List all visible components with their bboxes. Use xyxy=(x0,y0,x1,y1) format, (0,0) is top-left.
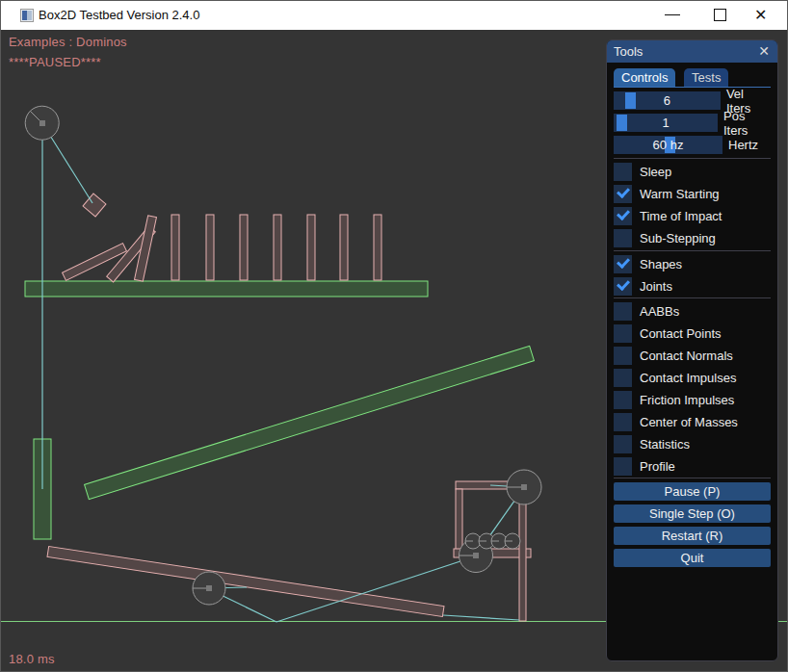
checkbox-label: Contact Impulses xyxy=(640,371,736,385)
checkbox-label: Sub-Stepping xyxy=(640,231,716,246)
checkbox[interactable] xyxy=(614,391,632,409)
seesaw-plank xyxy=(47,547,444,617)
minimize-button[interactable] xyxy=(651,1,694,30)
domino xyxy=(206,215,214,280)
tab-bar: Controls Tests xyxy=(614,68,771,88)
vel-iters-slider[interactable]: 6 xyxy=(614,91,721,110)
restart-button[interactable]: Restart (R) xyxy=(614,527,771,545)
dynamic-bodies xyxy=(47,194,531,621)
checkbox-row-warm-starting[interactable]: Warm Starting xyxy=(614,185,771,203)
pos-iters-row: 1 Pos Iters xyxy=(614,114,771,132)
checkbox-row-profile[interactable]: Profile xyxy=(614,457,771,476)
os-titlebar[interactable]: Box2D Testbed Version 2.4.0 ✕ xyxy=(1,1,787,30)
checkbox-label: Shapes xyxy=(640,257,682,271)
app-window: Box2D Testbed Version 2.4.0 ✕ xyxy=(0,0,788,672)
checkbox-label: Warm Starting xyxy=(640,187,720,201)
checkbox-label: Time of Impact xyxy=(640,209,722,223)
checkbox-label: Contact Normals xyxy=(640,349,733,363)
checkbox[interactable] xyxy=(614,207,632,225)
checkbox-row-contact-normals[interactable]: Contact Normals xyxy=(614,347,771,365)
checkbox-label: Contact Points xyxy=(640,326,722,341)
frame-time: 18.0 ms xyxy=(9,652,55,666)
domino xyxy=(171,215,179,280)
vel-iters-value: 6 xyxy=(614,91,721,110)
domino-platform xyxy=(25,281,428,297)
checkbox-row-shapes[interactable]: Shapes xyxy=(614,255,771,273)
checkbox[interactable] xyxy=(614,255,632,273)
frame-right-post xyxy=(519,489,526,621)
pos-iters-value: 1 xyxy=(614,114,718,132)
separator xyxy=(614,478,771,478)
hertz-slider[interactable]: 60 hz xyxy=(614,136,722,154)
checkbox-row-contact-points[interactable]: Contact Points xyxy=(614,324,771,343)
tools-panel-title: Tools xyxy=(614,44,643,59)
checkbox[interactable] xyxy=(614,435,632,453)
domino xyxy=(307,215,315,280)
checkbox-row-center-of-masses[interactable]: Center of Masses xyxy=(614,413,771,431)
checkbox[interactable] xyxy=(614,229,632,247)
hertz-row: 60 hz Hertz xyxy=(614,136,771,154)
checkbox-row-sub-stepping[interactable]: Sub-Stepping xyxy=(614,229,771,247)
window-title: Box2D Testbed Version 2.4.0 xyxy=(39,8,199,22)
tools-close-button[interactable]: ✕ xyxy=(755,40,773,63)
ramp xyxy=(85,346,535,499)
vel-iters-row: 6 Vel Iters xyxy=(614,91,771,110)
separator xyxy=(614,250,771,251)
checkbox[interactable] xyxy=(614,413,632,431)
separator xyxy=(614,297,771,298)
separator xyxy=(614,158,771,159)
checkbox[interactable] xyxy=(614,163,632,181)
joint-anchors xyxy=(39,120,527,591)
checkbox[interactable] xyxy=(614,277,632,296)
checkbox-label: Friction Impulses xyxy=(640,393,734,407)
minimize-icon xyxy=(665,14,680,15)
example-title: Examples : Dominos xyxy=(9,35,127,49)
close-icon: ✕ xyxy=(754,6,767,25)
checkbox-row-sleep[interactable]: Sleep xyxy=(614,163,771,181)
checkbox-row-statistics[interactable]: Statistics xyxy=(614,435,771,453)
tab-controls[interactable]: Controls xyxy=(614,68,675,87)
pos-iters-label: Pos Iters xyxy=(723,109,771,138)
domino xyxy=(340,215,348,280)
domino xyxy=(374,215,381,280)
tools-panel-titlebar[interactable]: Tools ✕ xyxy=(607,40,777,63)
close-button[interactable]: ✕ xyxy=(743,1,785,30)
app-icon xyxy=(20,9,34,22)
checkbox-row-time-of-impact[interactable]: Time of Impact xyxy=(614,207,771,225)
single-step-button[interactable]: Single Step (O) xyxy=(614,504,771,523)
checkbox-row-aabbs[interactable]: AABBs xyxy=(614,302,771,321)
checkbox[interactable] xyxy=(614,302,632,321)
domino xyxy=(240,215,248,280)
pos-iters-slider[interactable]: 1 xyxy=(614,114,718,132)
checkbox-label: Center of Masses xyxy=(640,415,738,429)
tab-tests[interactable]: Tests xyxy=(684,68,728,87)
sleeping-circles xyxy=(25,106,541,605)
checkbox[interactable] xyxy=(614,457,632,476)
checkbox-label: Joints xyxy=(640,279,672,294)
checkbox-row-joints[interactable]: Joints xyxy=(614,277,771,296)
pause-button[interactable]: Pause (P) xyxy=(614,482,771,501)
checkbox[interactable] xyxy=(614,185,632,203)
domino xyxy=(274,215,281,280)
quit-button[interactable]: Quit xyxy=(614,549,771,567)
checkbox[interactable] xyxy=(614,369,632,387)
checkbox-row-contact-impulses[interactable]: Contact Impulses xyxy=(614,369,771,387)
tools-panel: Tools ✕ Controls Tests 6 Vel Iters xyxy=(606,39,778,661)
physics-canvas[interactable]: Examples : Dominos ****PAUSED**** 18.0 m… xyxy=(1,30,788,672)
hertz-value: 60 hz xyxy=(614,136,722,154)
checkbox-label: Sleep xyxy=(640,165,671,179)
maximize-icon xyxy=(714,9,726,21)
checkbox-row-friction-impulses[interactable]: Friction Impulses xyxy=(614,391,771,409)
checkbox-label: Statistics xyxy=(640,437,690,452)
paused-status: ****PAUSED**** xyxy=(9,55,101,69)
checkbox-label: AABBs xyxy=(640,304,679,319)
maximize-button[interactable] xyxy=(699,1,742,30)
checkbox-label: Profile xyxy=(640,459,675,474)
checkbox[interactable] xyxy=(614,347,632,365)
hertz-label: Hertz xyxy=(728,138,758,152)
checkbox[interactable] xyxy=(614,324,632,343)
pendulum-box xyxy=(83,194,106,217)
